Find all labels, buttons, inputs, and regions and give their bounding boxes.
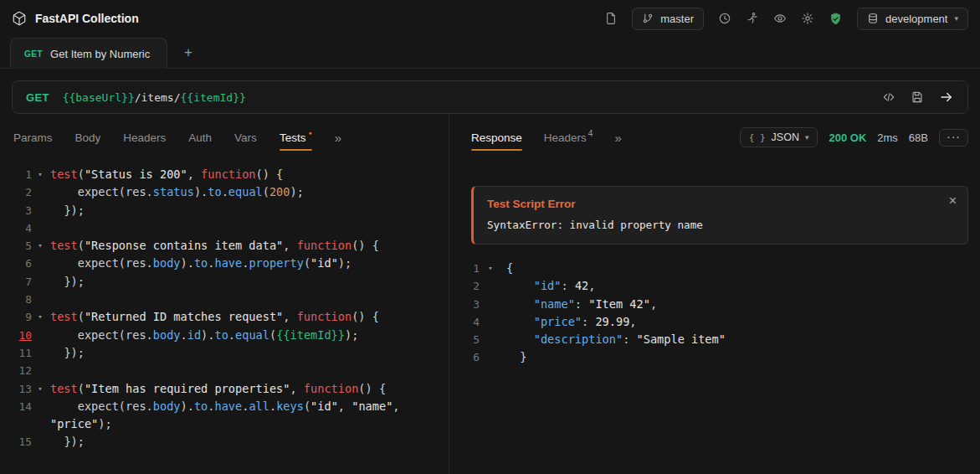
status-badge: 200 OK [829, 131, 866, 144]
code-line[interactable]: 1▾test("Status is 200", function() { [7, 166, 449, 183]
send-request-icon[interactable] [939, 90, 954, 105]
line-number: 3 [468, 296, 480, 313]
line-number: 4 [7, 219, 32, 237]
code-text: "description": "Sample item" [501, 331, 726, 348]
collection-title: FastAPI Collection [35, 12, 139, 25]
fold-spacer [32, 183, 49, 201]
code-snippet-icon[interactable] [882, 90, 895, 104]
fold-spacer [32, 398, 49, 434]
request-tabs: ParamsBodyHeadersAuthVarsTests●» [0, 114, 449, 156]
code-line[interactable]: 9▾test("Returned ID matches request", fu… [7, 308, 449, 326]
chevron-down-icon: ▾ [805, 133, 809, 142]
line-number: 1 [468, 260, 480, 277]
code-text: }); [49, 344, 420, 362]
runner-icon[interactable] [746, 12, 759, 25]
code-line[interactable]: 13▾test("Item has required properties", … [7, 380, 449, 398]
line-number: 4 [468, 313, 480, 331]
tab-headers[interactable]: Headers [123, 119, 166, 156]
file-icon[interactable] [604, 12, 618, 25]
fold-spacer [32, 327, 49, 344]
tab-label: Auth [188, 131, 212, 144]
environment-selector[interactable]: development ▾ [857, 8, 968, 30]
fold-arrow-icon[interactable]: ▾ [32, 166, 49, 183]
code-text: "id": 42, [501, 277, 595, 295]
tab-vars[interactable]: Vars [234, 119, 257, 156]
code-line[interactable]: 5 "description": "Sample item" [468, 331, 980, 348]
request-url[interactable]: {{baseUrl}}/items/{{itemId}} [63, 91, 869, 104]
line-number: 11 [7, 344, 32, 362]
new-tab-button[interactable]: + [184, 45, 192, 59]
line-number: 15 [7, 433, 32, 451]
code-line[interactable]: 12 [7, 362, 449, 379]
line-number: 13 [7, 380, 32, 398]
git-branch-button[interactable]: master [632, 8, 704, 30]
url-segment: {{baseUrl}} [63, 91, 135, 104]
code-line[interactable]: 3 "name": "Item 42", [468, 296, 980, 313]
test-script-error-card: Test Script Error SyntaxError: invalid p… [471, 186, 968, 245]
tab-headers[interactable]: Headers4 [544, 119, 593, 156]
fold-spacer [480, 331, 501, 348]
fold-spacer [480, 348, 501, 366]
response-header: ResponseHeaders4» { } JSON ▾ 200 OK 2ms … [449, 114, 980, 156]
code-text: }); [49, 202, 420, 219]
code-line[interactable]: 5▾test("Response contains item data", fu… [7, 237, 449, 255]
fold-arrow-icon[interactable]: ▾ [32, 237, 49, 255]
code-line[interactable]: 2 "id": 42, [468, 277, 980, 295]
code-text [49, 219, 420, 237]
response-json[interactable]: 1▾{2 "id": 42,3 "name": "Item 42",4 "pri… [449, 260, 980, 367]
code-line[interactable]: 3 }); [7, 202, 449, 219]
tab-params[interactable]: Params [13, 119, 53, 156]
fold-arrow-icon[interactable]: ▾ [32, 380, 49, 398]
tab-body[interactable]: Body [75, 119, 101, 156]
tests-editor[interactable]: 1▾test("Status is 200", function() {2 ex… [0, 156, 449, 474]
tab-label: Body [75, 131, 101, 144]
topbar: FastAPI Collection master [0, 0, 980, 37]
code-line[interactable]: 8 [7, 291, 449, 308]
fold-spacer [480, 296, 501, 313]
line-number: 2 [7, 183, 32, 201]
code-line[interactable]: 14 expect(res.body).to.have.all.keys("id… [7, 398, 449, 434]
response-size: 68B [909, 131, 928, 144]
tab-strip: GET Get Item by Numeric Id + [0, 37, 980, 69]
environment-label: development [885, 13, 947, 25]
code-line[interactable]: 11 }); [7, 344, 449, 362]
code-line[interactable]: 10 expect(res.body.id).to.equal({{itemId… [7, 327, 449, 344]
close-icon[interactable]: × [949, 194, 957, 208]
code-line[interactable]: 6 expect(res.body).to.have.property("id"… [7, 255, 449, 272]
code-line[interactable]: 7 }); [7, 273, 449, 291]
response-format-dropdown[interactable]: { } JSON ▾ [740, 127, 818, 147]
tab-auth[interactable]: Auth [188, 119, 212, 156]
line-number: 6 [468, 348, 480, 366]
request-tab-method: GET [24, 49, 43, 59]
tab-response[interactable]: Response [471, 119, 522, 156]
request-url-bar[interactable]: GET {{baseUrl}}/items/{{itemId}} [12, 80, 968, 114]
code-line[interactable]: 1▾{ [468, 260, 980, 277]
code-line[interactable]: 15 }); [7, 433, 449, 451]
fold-spacer [32, 273, 49, 291]
unsaved-changes-dot: ● [308, 130, 311, 136]
request-method[interactable]: GET [26, 91, 49, 104]
fold-arrow-icon[interactable]: ▾ [32, 308, 49, 326]
request-tab[interactable]: GET Get Item by Numeric Id [10, 38, 167, 69]
code-text: } [501, 348, 527, 366]
code-text: "name": "Item 42", [501, 296, 657, 313]
save-icon[interactable] [911, 90, 924, 104]
settings-gear-icon[interactable] [801, 12, 814, 25]
eye-icon[interactable] [773, 12, 787, 25]
response-menu-button[interactable]: ··· [939, 129, 968, 147]
code-line[interactable]: 4 [7, 219, 449, 237]
more-tabs-chevron-icon[interactable]: » [335, 119, 341, 156]
request-bar-row: GET {{baseUrl}}/items/{{itemId}} [0, 69, 980, 114]
code-line[interactable]: 2 expect(res.status).to.equal(200); [7, 183, 449, 201]
code-text [49, 362, 420, 379]
request-tab-label: Get Item by Numeric Id [50, 48, 153, 60]
history-clock-icon[interactable] [718, 12, 731, 25]
fold-spacer [480, 277, 501, 295]
shield-check-icon[interactable] [829, 12, 843, 26]
tab-tests[interactable]: Tests● [280, 119, 312, 156]
code-line[interactable]: 4 "price": 29.99, [468, 313, 980, 331]
more-tabs-chevron-icon[interactable]: » [614, 119, 621, 156]
fold-arrow-icon[interactable]: ▾ [480, 260, 501, 277]
url-segment: /items/ [135, 91, 181, 104]
code-line[interactable]: 6 } [468, 348, 980, 366]
